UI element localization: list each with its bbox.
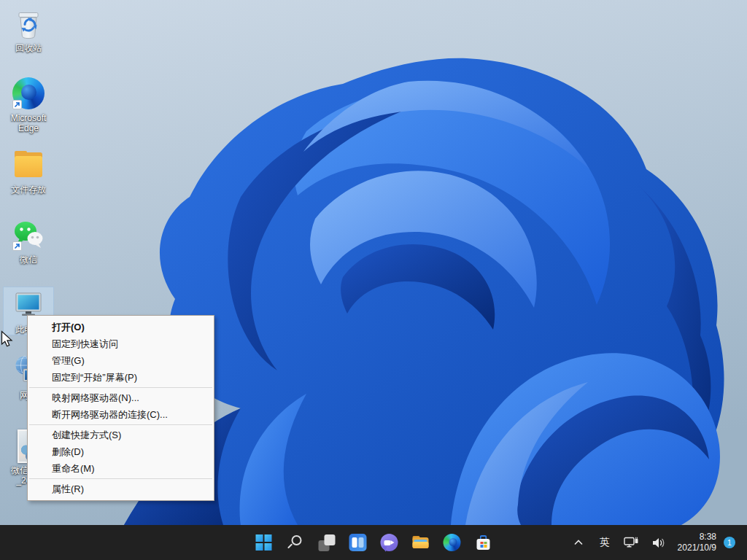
icon-label: Microsoft Edge — [4, 113, 53, 133]
file-explorer-button[interactable] — [407, 528, 435, 557]
menu-item-pin-quick-access[interactable]: 固定到快速访问 — [28, 335, 214, 352]
menu-separator — [29, 424, 212, 425]
wechat-icon — [11, 217, 46, 252]
network-status[interactable] — [622, 528, 641, 557]
task-view-icon — [318, 534, 335, 551]
desktop: 回收站 Microsoft Edge 文件存放 — [0, 0, 747, 525]
search-icon — [287, 534, 303, 551]
windows-logo-icon — [256, 534, 272, 551]
chat-button[interactable] — [376, 528, 403, 557]
menu-item-open[interactable]: 打开(O) — [28, 319, 214, 335]
edge-button[interactable] — [438, 528, 466, 557]
menu-separator — [29, 478, 212, 479]
chevron-up-icon — [574, 540, 583, 545]
taskbar: 英 8:38 2021/10/9 1 — [0, 525, 747, 560]
icon-label: 回收站 — [15, 43, 42, 53]
menu-item-create-shortcut[interactable]: 创建快捷方式(S) — [28, 427, 214, 443]
icon-label: 文件存放 — [11, 184, 46, 195]
menu-item-delete[interactable]: 删除(D) — [28, 443, 214, 460]
ethernet-icon — [624, 537, 639, 549]
file-explorer-icon — [412, 534, 430, 551]
icon-label: 微信 — [20, 254, 37, 265]
mouse-cursor — [1, 330, 13, 348]
menu-item-pin-to-start[interactable]: 固定到“开始”屏幕(P) — [28, 369, 214, 386]
edge-icon — [11, 76, 46, 111]
chat-icon — [381, 534, 398, 551]
desktop-icon-wechat[interactable]: 微信 — [4, 217, 53, 265]
shortcut-arrow-icon — [12, 241, 22, 251]
menu-item-rename[interactable]: 重命名(M) — [28, 460, 214, 477]
desktop-icon-microsoft-edge[interactable]: Microsoft Edge — [4, 76, 53, 133]
volume-status[interactable] — [650, 528, 669, 557]
desktop-icon-recycle-bin[interactable]: 回收站 — [4, 6, 53, 53]
menu-item-manage[interactable]: 管理(G) — [28, 352, 214, 369]
folder-icon — [11, 147, 46, 182]
tray-time: 8:38 — [700, 532, 716, 542]
task-view-button[interactable] — [313, 528, 341, 557]
context-menu: 打开(O) 固定到快速访问 管理(G) 固定到“开始”屏幕(P) 映射网络驱动器… — [27, 315, 214, 501]
edge-icon — [444, 534, 461, 551]
speaker-icon — [652, 537, 666, 548]
menu-item-disconnect-network-drive[interactable]: 断开网络驱动器的连接(C)... — [28, 406, 214, 423]
widgets-button[interactable] — [344, 528, 372, 557]
menu-separator — [29, 387, 212, 388]
microsoft-store-icon — [475, 534, 492, 551]
notification-badge[interactable]: 1 — [724, 537, 735, 548]
menu-item-map-network-drive[interactable]: 映射网络驱动器(N)... — [28, 389, 214, 406]
widgets-icon — [349, 534, 367, 551]
recycle-bin-icon — [11, 6, 46, 41]
tray-date: 2021/10/9 — [678, 542, 716, 553]
clock[interactable]: 8:38 2021/10/9 — [678, 528, 716, 557]
desktop-icon-folder[interactable]: 文件存放 — [4, 147, 53, 195]
ime-indicator[interactable]: 英 — [596, 528, 614, 557]
menu-item-properties[interactable]: 属性(R) — [28, 481, 214, 497]
system-tray: 英 8:38 2021/10/9 1 — [570, 525, 747, 560]
store-button[interactable] — [470, 528, 498, 557]
search-button[interactable] — [282, 528, 309, 557]
shortcut-arrow-icon — [12, 100, 22, 109]
hidden-icons-chevron[interactable] — [570, 528, 587, 557]
start-button[interactable] — [250, 528, 278, 557]
